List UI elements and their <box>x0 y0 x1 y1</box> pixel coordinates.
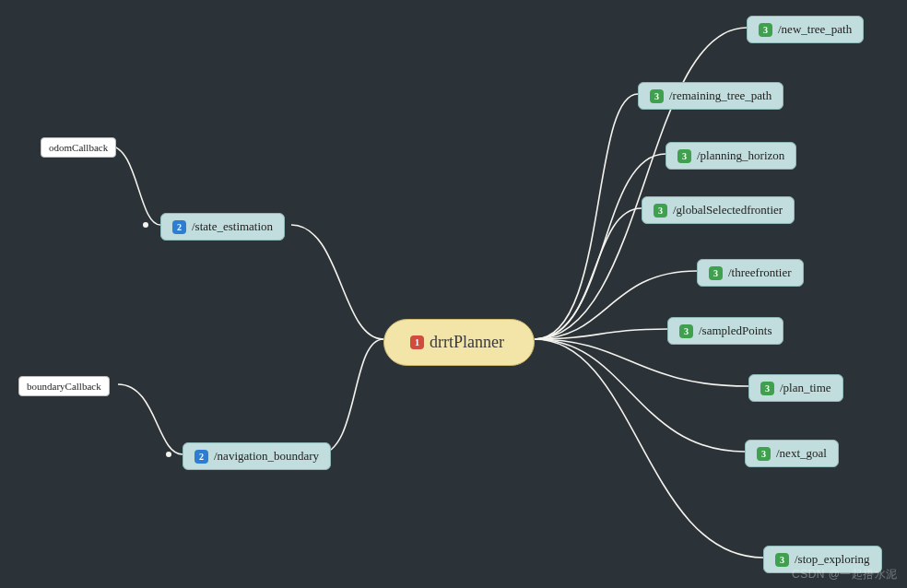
node-threefrontier[interactable]: 3 /threefrontier <box>697 259 804 287</box>
node-label: /navigation_boundary <box>214 449 319 464</box>
priority-badge: 3 <box>679 324 693 338</box>
node-label: /planning_horizon <box>697 148 784 163</box>
node-label: /stop_exploring <box>795 552 870 567</box>
node-label: /state_estimation <box>192 219 273 234</box>
node-label: /threefrontier <box>728 265 792 280</box>
svg-point-0 <box>143 222 148 228</box>
priority-badge: 3 <box>759 23 772 37</box>
callback-odomcallback[interactable]: odomCallback <box>41 137 116 158</box>
node-globalselectedfrontier[interactable]: 3 /globalSelectedfrontier <box>642 196 795 224</box>
priority-badge: 3 <box>775 553 789 567</box>
priority-badge: 3 <box>760 382 774 395</box>
node-sampledpoints[interactable]: 3 /sampledPoints <box>667 317 783 345</box>
svg-point-1 <box>166 452 171 457</box>
priority-badge: 3 <box>677 149 691 163</box>
priority-badge: 3 <box>654 204 667 218</box>
node-state-estimation[interactable]: 2 /state_estimation <box>160 213 285 241</box>
priority-badge: 3 <box>757 447 771 461</box>
priority-badge: 1 <box>410 335 424 349</box>
callback-label: odomCallback <box>49 142 108 153</box>
callback-label: boundaryCallback <box>27 381 101 392</box>
priority-badge: 2 <box>194 450 208 464</box>
node-label: /sampledPoints <box>699 323 772 338</box>
center-label: drrtPlanner <box>430 333 504 352</box>
node-planning-horizon[interactable]: 3 /planning_horizon <box>666 142 796 170</box>
node-remaining-tree-path[interactable]: 3 /remaining_tree_path <box>638 82 783 110</box>
node-navigation-boundary[interactable]: 2 /navigation_boundary <box>183 442 331 470</box>
node-next-goal[interactable]: 3 /next_goal <box>745 440 839 467</box>
node-plan-time[interactable]: 3 /plan_time <box>748 374 843 402</box>
priority-badge: 2 <box>172 220 186 234</box>
callback-boundarycallback[interactable]: boundaryCallback <box>18 376 110 396</box>
node-label: /next_goal <box>776 446 827 461</box>
node-label: /new_tree_path <box>778 22 852 37</box>
node-label: /remaining_tree_path <box>669 88 772 103</box>
priority-badge: 3 <box>650 89 664 103</box>
node-new-tree-path[interactable]: 3 /new_tree_path <box>747 16 864 43</box>
node-label: /plan_time <box>780 381 831 395</box>
node-label: /globalSelectedfrontier <box>673 203 783 218</box>
priority-badge: 3 <box>709 266 723 280</box>
watermark: CSDN @一起捂水泥 <box>792 567 898 582</box>
center-node-drrtplanner[interactable]: 1 drrtPlanner <box>383 319 535 366</box>
